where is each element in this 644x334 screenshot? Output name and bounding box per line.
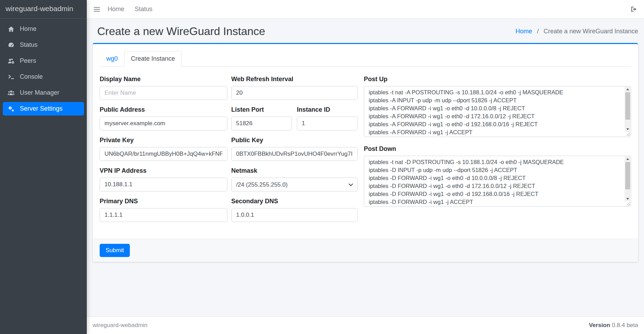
listen-port-label: Listen Port	[231, 106, 292, 113]
scroll-down-arrow-icon[interactable]	[625, 196, 630, 202]
public-address-input[interactable]	[100, 117, 227, 130]
sidebar-item-label: Console	[20, 73, 43, 80]
sidebar-item-label: User Manager	[20, 89, 59, 96]
sidebar-nav: Home Status Peers	[0, 19, 87, 121]
web-refresh-interval-label: Web Refresh Interval	[231, 76, 358, 83]
display-name-input[interactable]	[100, 86, 227, 100]
breadcrumb-home-link[interactable]: Home	[516, 28, 532, 35]
resize-grip-icon[interactable]	[626, 132, 630, 136]
navbar-link-home[interactable]: Home	[102, 6, 129, 13]
secondary-dns-input[interactable]	[231, 208, 358, 222]
primary-dns-input[interactable]	[100, 208, 227, 222]
create-instance-form: Display Name Public Address Private Key …	[100, 67, 631, 228]
scroll-up-arrow-icon[interactable]	[625, 87, 630, 92]
breadcrumb-separator: /	[537, 28, 539, 35]
instance-card: wg0 Create Instance Display Name Public …	[93, 43, 638, 262]
sidebar-item-status[interactable]: Status	[3, 38, 84, 52]
public-key-input[interactable]	[231, 147, 358, 161]
version-label: Version	[589, 322, 610, 328]
cogs-icon	[6, 105, 16, 112]
private-key-label: Private Key	[100, 137, 227, 144]
sidebar-item-label: Peers	[20, 57, 36, 65]
footer-version: Version 0.8.4 beta	[589, 322, 638, 329]
sidebar-item-console[interactable]: Console	[3, 70, 84, 84]
breadcrumb: Home / Create a new WireGuard Instance	[516, 28, 638, 35]
house-icon	[6, 26, 16, 33]
tachometer-icon	[6, 42, 16, 49]
card-footer: Submit	[93, 239, 638, 262]
instance-id-input[interactable]	[297, 117, 358, 130]
netmask-label: Netmask	[231, 167, 358, 174]
vpn-ip-label: VPN IP Address	[100, 167, 227, 174]
sidebar-item-label: Status	[20, 41, 37, 49]
private-key-input[interactable]	[100, 147, 227, 161]
listen-port-input[interactable]	[231, 117, 292, 130]
post-up-scrollbar[interactable]	[625, 87, 630, 132]
sidebar-item-label: Home	[20, 25, 36, 33]
web-refresh-interval-input[interactable]	[231, 86, 358, 100]
sidebar: wireguard-webadmin Home Status	[0, 0, 87, 334]
post-down-scrollbar[interactable]	[625, 156, 630, 202]
tab-create-instance[interactable]: Create Instance	[124, 51, 182, 67]
scrollbar-thumb[interactable]	[625, 92, 630, 120]
post-down-label: Post Down	[364, 145, 631, 153]
sidebar-item-home[interactable]: Home	[3, 22, 84, 36]
instance-id-label: Instance ID	[297, 106, 358, 113]
content-header: Create a new WireGuard Instance Home / C…	[87, 19, 644, 43]
post-down-content: iptables -t nat -D POSTROUTING -s 10.188…	[364, 156, 622, 206]
terminal-icon	[6, 74, 16, 80]
hamburger-icon[interactable]	[93, 6, 100, 13]
tab-wg0[interactable]: wg0	[100, 51, 124, 67]
vpn-ip-input[interactable]	[100, 178, 227, 191]
sidebar-item-user-manager[interactable]: User Manager	[3, 86, 84, 100]
main-footer: wireguard-webadmin Version 0.8.4 beta	[87, 316, 644, 334]
footer-brand: wireguard-webadmin	[93, 322, 148, 329]
secondary-dns-label: Secondary DNS	[231, 198, 358, 205]
users-icon	[6, 89, 16, 96]
post-up-label: Post Up	[364, 76, 631, 83]
top-navbar: Home Status	[87, 0, 644, 19]
post-up-textarea[interactable]: iptables -t nat -A POSTROUTING -s 10.188…	[364, 86, 631, 137]
brand-title[interactable]: wireguard-webadmin	[0, 0, 87, 19]
post-up-content: iptables -t nat -A POSTROUTING -s 10.188…	[364, 87, 622, 136]
scroll-down-arrow-icon[interactable]	[625, 127, 630, 132]
version-value: 0.8.4 beta	[612, 322, 638, 328]
scroll-up-arrow-icon[interactable]	[625, 156, 630, 162]
sidebar-item-peers[interactable]: Peers	[3, 54, 84, 68]
navbar-link-status[interactable]: Status	[129, 6, 158, 13]
main-area: Home Status Create a new WireGuard Insta…	[87, 0, 644, 334]
sign-out-icon[interactable]	[630, 6, 637, 13]
submit-button[interactable]: Submit	[100, 244, 130, 257]
public-address-label: Public Address	[100, 106, 227, 113]
scrollbar-thumb[interactable]	[625, 162, 630, 189]
primary-dns-label: Primary DNS	[100, 198, 227, 205]
resize-grip-icon[interactable]	[626, 202, 630, 206]
sidebar-item-label: Server Settings	[20, 105, 62, 112]
breadcrumb-current: Create a new WireGuard Instance	[544, 28, 638, 35]
public-key-label: Public Key	[231, 137, 358, 144]
post-down-textarea[interactable]: iptables -t nat -D POSTROUTING -s 10.188…	[364, 156, 631, 207]
users-gear-icon	[6, 58, 16, 65]
display-name-label: Display Name	[100, 76, 227, 83]
sidebar-item-server-settings[interactable]: Server Settings	[3, 102, 84, 115]
page-title: Create a new WireGuard Instance	[97, 25, 265, 38]
instance-tabs: wg0 Create Instance	[100, 51, 631, 67]
netmask-select[interactable]: /24 (255.255.255.0)	[231, 178, 358, 191]
